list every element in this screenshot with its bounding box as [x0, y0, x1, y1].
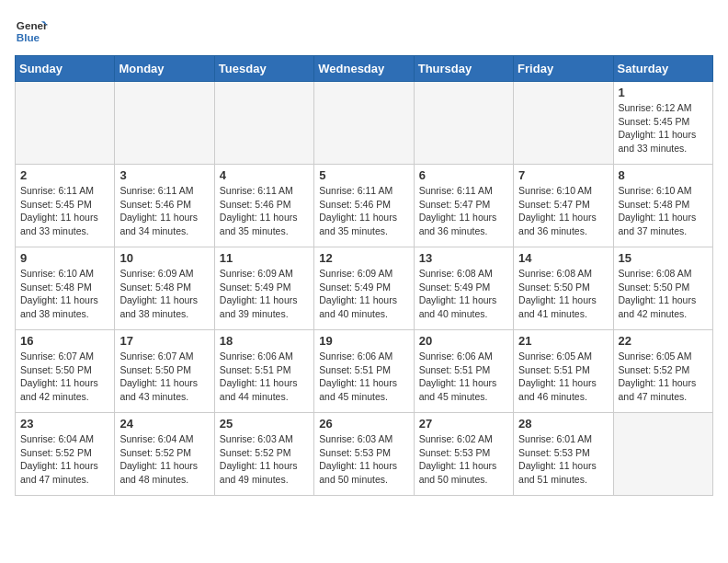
svg-text:General: General	[17, 19, 48, 31]
day-number: 20	[419, 334, 508, 348]
day-cell: 19Sunrise: 6:06 AMSunset: 5:51 PMDayligh…	[314, 330, 414, 413]
day-number: 26	[319, 417, 408, 431]
day-info: Sunrise: 6:04 AMSunset: 5:52 PMDaylight:…	[119, 432, 209, 487]
day-cell: 1Sunrise: 6:12 AMSunset: 5:45 PMDaylight…	[613, 82, 712, 165]
day-cell: 5Sunrise: 6:11 AMSunset: 5:46 PMDaylight…	[314, 165, 414, 247]
svg-text:Blue: Blue	[17, 31, 40, 43]
weekday-header-sunday: Sunday	[16, 56, 115, 82]
day-number: 27	[419, 417, 508, 431]
day-cell: 4Sunrise: 6:11 AMSunset: 5:46 PMDaylight…	[214, 165, 313, 247]
day-number: 1	[619, 86, 708, 99]
day-info: Sunrise: 6:08 AMSunset: 5:50 PMDaylight:…	[619, 267, 708, 321]
week-row-4: 16Sunrise: 6:07 AMSunset: 5:50 PMDayligh…	[16, 330, 713, 413]
week-row-3: 9Sunrise: 6:10 AMSunset: 5:48 PMDaylight…	[16, 247, 713, 330]
day-info: Sunrise: 6:11 AMSunset: 5:47 PMDaylight:…	[419, 184, 508, 238]
day-cell: 8Sunrise: 6:10 AMSunset: 5:48 PMDaylight…	[613, 165, 712, 247]
day-cell: 17Sunrise: 6:07 AMSunset: 5:50 PMDayligh…	[115, 330, 214, 413]
day-info: Sunrise: 6:04 AMSunset: 5:52 PMDaylight:…	[20, 432, 109, 487]
day-cell	[514, 82, 613, 165]
day-number: 12	[319, 251, 408, 265]
day-number: 18	[220, 334, 309, 348]
day-info: Sunrise: 6:05 AMSunset: 5:52 PMDaylight:…	[619, 350, 708, 404]
day-cell: 3Sunrise: 6:11 AMSunset: 5:46 PMDaylight…	[115, 165, 214, 247]
day-info: Sunrise: 6:06 AMSunset: 5:51 PMDaylight:…	[220, 350, 309, 404]
day-info: Sunrise: 6:12 AMSunset: 5:45 PMDaylight:…	[619, 101, 708, 155]
day-number: 17	[119, 334, 209, 348]
day-cell: 18Sunrise: 6:06 AMSunset: 5:51 PMDayligh…	[214, 330, 313, 413]
day-info: Sunrise: 6:07 AMSunset: 5:50 PMDaylight:…	[20, 350, 109, 404]
weekday-header-monday: Monday	[115, 56, 214, 82]
day-number: 15	[619, 251, 708, 265]
day-number: 13	[419, 251, 508, 265]
day-number: 5	[319, 168, 408, 182]
day-info: Sunrise: 6:10 AMSunset: 5:47 PMDaylight:…	[518, 184, 608, 238]
day-info: Sunrise: 6:09 AMSunset: 5:49 PMDaylight:…	[319, 267, 408, 321]
day-cell: 7Sunrise: 6:10 AMSunset: 5:47 PMDaylight…	[514, 165, 613, 247]
day-number: 3	[119, 168, 209, 182]
logo: General Blue	[15, 15, 51, 48]
day-cell: 15Sunrise: 6:08 AMSunset: 5:50 PMDayligh…	[613, 247, 712, 330]
day-cell	[414, 82, 513, 165]
day-info: Sunrise: 6:03 AMSunset: 5:52 PMDaylight:…	[220, 432, 309, 487]
day-info: Sunrise: 6:11 AMSunset: 5:46 PMDaylight:…	[220, 184, 309, 238]
weekday-header-wednesday: Wednesday	[314, 56, 414, 82]
day-number: 6	[419, 168, 508, 182]
day-cell: 14Sunrise: 6:08 AMSunset: 5:50 PMDayligh…	[514, 247, 613, 330]
day-info: Sunrise: 6:03 AMSunset: 5:53 PMDaylight:…	[319, 432, 408, 487]
day-number: 23	[20, 417, 109, 431]
day-info: Sunrise: 6:10 AMSunset: 5:48 PMDaylight:…	[20, 267, 109, 321]
day-cell	[115, 82, 214, 165]
day-info: Sunrise: 6:07 AMSunset: 5:50 PMDaylight:…	[119, 350, 209, 404]
day-cell: 9Sunrise: 6:10 AMSunset: 5:48 PMDaylight…	[16, 247, 115, 330]
day-info: Sunrise: 6:06 AMSunset: 5:51 PMDaylight:…	[319, 350, 408, 404]
day-cell	[16, 82, 115, 165]
day-cell: 16Sunrise: 6:07 AMSunset: 5:50 PMDayligh…	[16, 330, 115, 413]
day-info: Sunrise: 6:09 AMSunset: 5:48 PMDaylight:…	[119, 267, 209, 321]
day-number: 19	[319, 334, 408, 348]
day-cell: 2Sunrise: 6:11 AMSunset: 5:45 PMDaylight…	[16, 165, 115, 247]
day-cell: 11Sunrise: 6:09 AMSunset: 5:49 PMDayligh…	[214, 247, 313, 330]
day-cell: 13Sunrise: 6:08 AMSunset: 5:49 PMDayligh…	[414, 247, 513, 330]
weekday-header-saturday: Saturday	[613, 56, 712, 82]
day-cell: 20Sunrise: 6:06 AMSunset: 5:51 PMDayligh…	[414, 330, 513, 413]
day-cell: 10Sunrise: 6:09 AMSunset: 5:48 PMDayligh…	[115, 247, 214, 330]
day-cell: 21Sunrise: 6:05 AMSunset: 5:51 PMDayligh…	[514, 330, 613, 413]
day-info: Sunrise: 6:10 AMSunset: 5:48 PMDaylight:…	[619, 184, 708, 238]
day-cell: 12Sunrise: 6:09 AMSunset: 5:49 PMDayligh…	[314, 247, 414, 330]
day-number: 9	[20, 251, 109, 265]
day-info: Sunrise: 6:11 AMSunset: 5:46 PMDaylight:…	[319, 184, 408, 238]
day-number: 21	[518, 334, 608, 348]
day-info: Sunrise: 6:05 AMSunset: 5:51 PMDaylight:…	[518, 350, 608, 404]
page-header: General Blue	[15, 15, 713, 48]
day-info: Sunrise: 6:06 AMSunset: 5:51 PMDaylight:…	[419, 350, 508, 404]
day-number: 10	[119, 251, 209, 265]
day-cell: 28Sunrise: 6:01 AMSunset: 5:53 PMDayligh…	[514, 413, 613, 496]
day-cell: 27Sunrise: 6:02 AMSunset: 5:53 PMDayligh…	[414, 413, 513, 496]
day-cell: 6Sunrise: 6:11 AMSunset: 5:47 PMDaylight…	[414, 165, 513, 247]
day-number: 11	[220, 251, 309, 265]
weekday-header-row: SundayMondayTuesdayWednesdayThursdayFrid…	[16, 56, 713, 82]
day-info: Sunrise: 6:11 AMSunset: 5:45 PMDaylight:…	[20, 184, 109, 238]
day-number: 7	[518, 168, 608, 182]
day-number: 4	[220, 168, 309, 182]
day-info: Sunrise: 6:01 AMSunset: 5:53 PMDaylight:…	[518, 432, 608, 487]
day-number: 2	[20, 168, 109, 182]
day-info: Sunrise: 6:09 AMSunset: 5:49 PMDaylight:…	[220, 267, 309, 321]
weekday-header-friday: Friday	[514, 56, 613, 82]
day-number: 24	[119, 417, 209, 431]
day-info: Sunrise: 6:08 AMSunset: 5:50 PMDaylight:…	[518, 267, 608, 321]
day-cell: 24Sunrise: 6:04 AMSunset: 5:52 PMDayligh…	[115, 413, 214, 496]
day-info: Sunrise: 6:02 AMSunset: 5:53 PMDaylight:…	[419, 432, 508, 487]
day-cell	[613, 413, 712, 496]
day-number: 14	[518, 251, 608, 265]
day-number: 25	[220, 417, 309, 431]
day-cell: 26Sunrise: 6:03 AMSunset: 5:53 PMDayligh…	[314, 413, 414, 496]
day-cell	[314, 82, 414, 165]
week-row-2: 2Sunrise: 6:11 AMSunset: 5:45 PMDaylight…	[16, 165, 713, 247]
calendar-table: SundayMondayTuesdayWednesdayThursdayFrid…	[15, 55, 713, 496]
day-info: Sunrise: 6:11 AMSunset: 5:46 PMDaylight:…	[119, 184, 209, 238]
day-number: 8	[619, 168, 708, 182]
day-number: 28	[518, 417, 608, 431]
day-number: 22	[619, 334, 708, 348]
day-info: Sunrise: 6:08 AMSunset: 5:49 PMDaylight:…	[419, 267, 508, 321]
